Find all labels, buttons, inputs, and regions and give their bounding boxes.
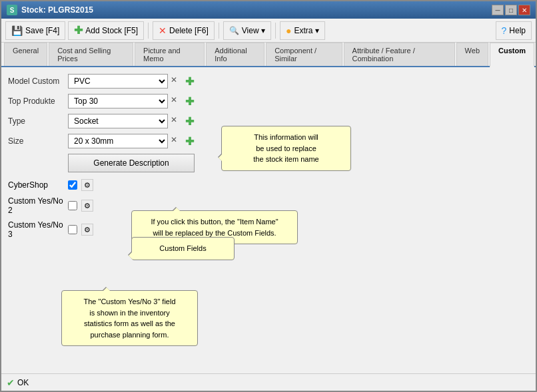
model-custom-field: PVC ✕ ✚ — [68, 74, 197, 89]
custom-yesno3-checkbox[interactable] — [68, 225, 77, 234]
save-icon: 💾 — [11, 25, 23, 36]
tooltip-custom-fields: Custom Fields — [131, 237, 235, 260]
separator-3 — [275, 23, 276, 39]
type-field: Socket ✕ ✚ — [68, 114, 197, 128]
top-produkte-field: Top 30 ✕ ✚ — [68, 94, 197, 108]
view-button[interactable]: 🔍 View ▾ — [223, 21, 271, 40]
save-label: Save [F4] — [25, 26, 59, 35]
tab-picture-memo[interactable]: Picture and Memo — [135, 43, 205, 66]
tooltip-info-text: This information willbe used to replacet… — [253, 133, 318, 163]
model-custom-label: Model Custom — [8, 77, 68, 86]
tab-web[interactable]: Web — [456, 43, 488, 66]
generate-description-button[interactable]: Generate Description — [68, 154, 195, 172]
top-produkte-label: Top Produkte — [8, 97, 68, 106]
type-label: Type — [8, 116, 68, 126]
cybershop-checkbox[interactable] — [68, 180, 77, 190]
tooltip-custom3: The "Custom Yes/No 3" fieldis shown in t… — [61, 290, 198, 346]
ok-check-icon: ✔ — [7, 377, 15, 388]
toolbar: 💾 Save [F4] ✚ Add Stock [F5] ✕ Delete [F… — [1, 19, 536, 43]
tooltip-generate-text: If you click this button, the "Item Name… — [151, 218, 278, 237]
tab-custom[interactable]: Custom — [490, 43, 534, 67]
custom-yesno2-checkbox[interactable] — [68, 201, 77, 210]
custom-yesno2-label: Custom Yes/No 2 — [8, 196, 68, 215]
custom-yesno2-settings-icon[interactable]: ⚙ — [81, 200, 93, 212]
tab-bar: General Cost and Selling Prices Picture … — [1, 43, 536, 67]
minimize-button[interactable]: ─ — [492, 5, 504, 15]
save-button[interactable]: 💾 Save [F4] — [5, 21, 65, 40]
size-select[interactable]: 20 x 30mm — [68, 134, 168, 148]
delete-button[interactable]: ✕ Delete [F6] — [153, 21, 215, 40]
custom-yesno3-settings-icon[interactable]: ⚙ — [81, 224, 93, 236]
status-bar: ✔ OK — [1, 373, 536, 391]
model-custom-row: Model Custom PVC ✕ ✚ — [8, 74, 529, 89]
extra-icon: ● — [286, 25, 291, 36]
add-stock-label: Add Stock [F5] — [85, 26, 138, 35]
top-produkte-row: Top Produkte Top 30 ✕ ✚ — [8, 94, 529, 108]
model-custom-select[interactable]: PVC — [68, 74, 168, 89]
main-window: S Stock: PLGRS2015 ─ □ ✕ 💾 Save [F4] ✚ A… — [0, 0, 537, 392]
separator-2 — [219, 23, 219, 39]
extra-label: Extra ▾ — [294, 26, 318, 35]
tooltip-info: This information willbe used to replacet… — [221, 126, 351, 171]
app-icon: S — [7, 5, 17, 15]
generate-description-label: Generate Description — [93, 158, 169, 168]
custom-yesno2-wrap: ⚙ — [68, 200, 93, 212]
cybershop-wrap: ⚙ — [68, 179, 93, 191]
size-field: 20 x 30mm ✕ ✚ — [68, 134, 197, 148]
custom-yesno3-label: Custom Yes/No 3 — [8, 220, 68, 239]
cybershop-row: CyberShop ⚙ — [8, 179, 529, 191]
model-custom-clear[interactable]: ✕ — [171, 75, 183, 87]
content-area: Model Custom PVC ✕ ✚ Top Produkte Top 30… — [1, 67, 536, 373]
maximize-button[interactable]: □ — [505, 5, 517, 15]
tab-attribute-feature[interactable]: Attribute / Feature / Combination — [344, 43, 455, 66]
tab-general[interactable]: General — [4, 43, 47, 66]
cybershop-label: CyberShop — [8, 180, 68, 190]
add-icon: ✚ — [74, 24, 83, 37]
type-select[interactable]: Socket — [68, 114, 168, 128]
type-clear[interactable]: ✕ — [171, 115, 183, 127]
tab-additional-info[interactable]: Additional Info — [206, 43, 265, 66]
help-button[interactable]: ? Help — [496, 21, 532, 40]
title-bar-buttons: ─ □ ✕ — [492, 5, 530, 15]
title-bar-left: S Stock: PLGRS2015 — [7, 5, 93, 15]
type-add[interactable]: ✚ — [185, 115, 197, 127]
delete-label: Delete [F6] — [169, 26, 209, 35]
top-produkte-add[interactable]: ✚ — [185, 95, 197, 107]
custom-yesno3-wrap: ⚙ — [68, 224, 93, 236]
cybershop-settings-icon[interactable]: ⚙ — [81, 179, 93, 191]
ok-label: OK — [17, 378, 29, 387]
close-button[interactable]: ✕ — [518, 5, 530, 15]
top-produkte-select[interactable]: Top 30 — [68, 94, 168, 108]
ok-button[interactable]: ✔ OK — [7, 377, 29, 388]
model-custom-add[interactable]: ✚ — [185, 75, 197, 87]
view-icon: 🔍 — [229, 26, 239, 35]
size-add[interactable]: ✚ — [185, 135, 197, 147]
top-produkte-clear[interactable]: ✕ — [171, 95, 183, 107]
help-icon: ? — [502, 25, 507, 36]
extra-button[interactable]: ● Extra ▾ — [280, 21, 325, 40]
tab-cost-selling[interactable]: Cost and Selling Prices — [49, 43, 133, 66]
separator-1 — [148, 23, 149, 39]
tooltip-custom-text: Custom Fields — [159, 244, 206, 252]
title-bar: S Stock: PLGRS2015 ─ □ ✕ — [1, 1, 536, 19]
size-clear[interactable]: ✕ — [171, 135, 183, 147]
delete-icon: ✕ — [159, 25, 167, 36]
tab-component-similar[interactable]: Component / Similar — [266, 43, 342, 66]
size-label: Size — [8, 136, 68, 146]
tooltip-custom3-text: The "Custom Yes/No 3" fieldis shown in t… — [83, 297, 175, 339]
add-stock-button[interactable]: ✚ Add Stock [F5] — [68, 21, 144, 40]
window-title: Stock: PLGRS2015 — [21, 5, 93, 15]
help-label: Help — [509, 26, 526, 35]
view-label: View ▾ — [242, 26, 265, 35]
